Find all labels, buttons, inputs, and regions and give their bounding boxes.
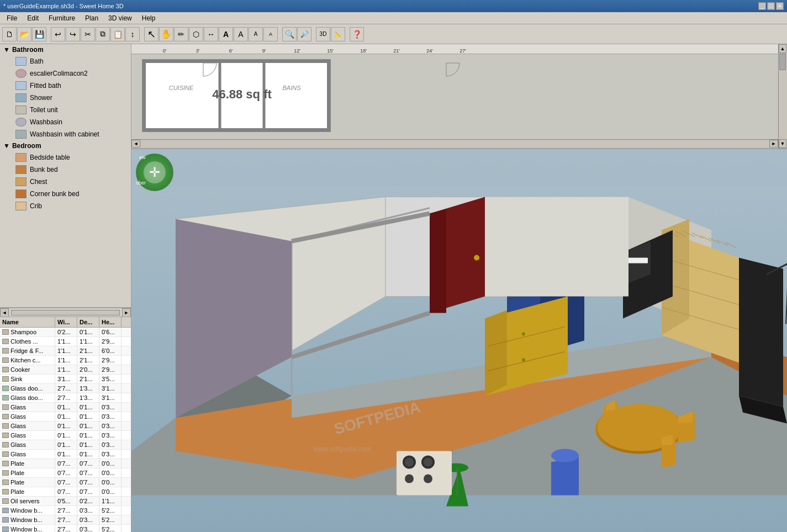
- table-row[interactable]: Plate 0'7... 0'7... 0'0...: [0, 487, 131, 497]
- minimize-button[interactable]: _: [758, 2, 766, 10]
- flip-button[interactable]: ↕: [125, 27, 140, 41]
- maximize-button[interactable]: □: [767, 2, 775, 10]
- cell-width: 0'1...: [55, 450, 77, 459]
- room-button[interactable]: ⬡: [189, 27, 203, 41]
- scroll-down-button[interactable]: ▼: [779, 139, 786, 148]
- table-row[interactable]: Glass 0'1... 0'1... 0'3...: [0, 412, 131, 422]
- table-row[interactable]: Plate 0'7... 0'7... 0'0...: [0, 468, 131, 478]
- nav-compass[interactable]: ✛: [136, 154, 173, 191]
- menu-edit[interactable]: Edit: [23, 13, 43, 23]
- close-button[interactable]: ✕: [776, 2, 784, 10]
- redo-button[interactable]: ↪: [66, 27, 80, 41]
- cell-height: 1'1...: [99, 497, 122, 505]
- draw-button[interactable]: ✏: [174, 27, 188, 41]
- menu-3dview[interactable]: 3D view: [104, 13, 136, 23]
- plan-canvas[interactable]: CUISINE BAINS 46.88 sq ft: [131, 54, 778, 139]
- tree-item-washbasin[interactable]: Washbasin: [0, 116, 131, 128]
- cell-name: Glass doo...: [0, 384, 55, 393]
- tree-item-bunkbed[interactable]: Bunk bed: [0, 164, 131, 176]
- menu-plan[interactable]: Plan: [81, 13, 103, 23]
- plan-vscrollbar[interactable]: ▲ ▼: [778, 44, 787, 148]
- save-button[interactable]: 💾: [32, 27, 46, 41]
- row-icon: [2, 517, 9, 523]
- table-row[interactable]: Oil servers 0'5... 0'2... 1'1...: [0, 497, 131, 506]
- row-icon: [2, 423, 9, 429]
- scroll-right-button[interactable]: ►: [122, 308, 131, 317]
- furniture-tree[interactable]: ▼ Bathroom Bath escalierColimacon2 Fitte…: [0, 44, 131, 308]
- tree-item-shower[interactable]: Shower: [0, 92, 131, 104]
- scroll-right-button[interactable]: ►: [769, 140, 778, 148]
- plan-button[interactable]: 📐: [331, 27, 345, 41]
- category-label: Bedroom: [12, 142, 41, 150]
- table-row[interactable]: Glass doo... 2'7... 1'3... 3'1...: [0, 393, 131, 403]
- table-row[interactable]: Glass 0'1... 0'1... 0'3...: [0, 440, 131, 450]
- tree-item-washbasin-cabinet[interactable]: Washbasin with cabinet: [0, 128, 131, 140]
- item-label: Washbasin: [30, 118, 62, 126]
- table-row[interactable]: Glass 0'1... 0'1... 0'3...: [0, 450, 131, 459]
- row-icon: [2, 414, 9, 419]
- table-row[interactable]: Glass doo... 2'7... 1'3... 3'1...: [0, 384, 131, 393]
- tree-item-chest[interactable]: Chest: [0, 176, 131, 188]
- menu-help[interactable]: Help: [138, 13, 160, 23]
- category-bedroom[interactable]: ▼ Bedroom: [0, 140, 131, 151]
- floor-plan[interactable]: 0' 3' 6' 9' 12' 15' 18' 21' 24' 27': [131, 44, 787, 149]
- table-row[interactable]: Glass 0'1... 0'1... 0'3...: [0, 403, 131, 412]
- tree-item-crib[interactable]: Crib: [0, 200, 131, 212]
- tree-item-bath[interactable]: Bath: [0, 55, 131, 67]
- paste-button[interactable]: 📋: [110, 27, 125, 41]
- category-bathroom[interactable]: ▼ Bathroom: [0, 44, 131, 55]
- table-row[interactable]: Clothes ... 1'1... 1'1... 2'9...: [0, 337, 131, 346]
- menu-file[interactable]: File: [2, 13, 22, 23]
- menu-furniture[interactable]: Furniture: [44, 13, 80, 23]
- zoom-out-button[interactable]: 🔎: [297, 27, 311, 41]
- cell-name: Glass: [0, 412, 55, 421]
- new-button[interactable]: 🗋: [2, 27, 17, 41]
- table-row[interactable]: Window b... 2'7... 0'3... 5'2...: [0, 525, 131, 532]
- tree-scroll-bar[interactable]: ◄ ►: [0, 308, 131, 317]
- table-row[interactable]: Fridge & F... 1'1... 2'1... 6'0...: [0, 346, 131, 356]
- copy-button[interactable]: ⧉: [96, 27, 110, 41]
- table-row[interactable]: Sink 3'1... 2'1... 3'5...: [0, 375, 131, 384]
- tree-item-escalier[interactable]: escalierColimacon2: [0, 67, 131, 80]
- text4-button[interactable]: A: [263, 27, 278, 41]
- zoom-in-button[interactable]: 🔍: [282, 27, 297, 41]
- cell-height: 2'9...: [99, 356, 122, 365]
- table-row[interactable]: Shampoo 0'2... 0'1... 0'6...: [0, 328, 131, 337]
- text2-button[interactable]: A: [234, 27, 248, 41]
- table-row[interactable]: Plate 0'7... 0'7... 0'0...: [0, 459, 131, 468]
- row-icon: [2, 461, 9, 466]
- ruler-24: 24': [413, 48, 446, 54]
- furniture-table[interactable]: Name Wi... De... He... Shampoo 0'2... 0'…: [0, 317, 131, 532]
- table-row[interactable]: Glass 0'1... 0'1... 0'3...: [0, 422, 131, 431]
- cut-button[interactable]: ✂: [81, 27, 95, 41]
- help-button[interactable]: ❓: [350, 27, 364, 41]
- table-row[interactable]: Plate 0'7... 0'7... 0'0...: [0, 478, 131, 487]
- row-icon: [2, 376, 9, 382]
- view-3d[interactable]: ✛ ew ober: [131, 149, 787, 532]
- undo-button[interactable]: ↩: [51, 27, 65, 41]
- scroll-left-button[interactable]: ◄: [0, 308, 9, 317]
- cell-width: 2'7...: [55, 393, 77, 402]
- dimension-button[interactable]: ↔: [204, 27, 218, 41]
- scroll-up-button[interactable]: ▲: [779, 44, 786, 53]
- tree-item-bedside[interactable]: Bedside table: [0, 151, 131, 164]
- plan-hscrollbar[interactable]: ◄ ►: [131, 139, 778, 148]
- open-button[interactable]: 📂: [17, 27, 31, 41]
- text-button[interactable]: A: [219, 27, 233, 41]
- tree-item-fitted-bath[interactable]: Fitted bath: [0, 80, 131, 92]
- text3-button[interactable]: A: [249, 27, 263, 41]
- table-row[interactable]: Kitchen c... 1'1... 2'1... 2'9...: [0, 356, 131, 365]
- cell-depth: 0'1...: [77, 431, 99, 440]
- tree-item-corner-bunk[interactable]: Corner bunk bed: [0, 188, 131, 200]
- tree-item-toilet[interactable]: Toilet unit: [0, 104, 131, 116]
- table-row[interactable]: Cooker 1'1... 2'0... 2'9...: [0, 365, 131, 375]
- select-button[interactable]: ↖: [144, 27, 159, 41]
- cell-depth: 1'1...: [77, 337, 99, 346]
- 3d-button[interactable]: 3D: [316, 27, 330, 41]
- pan-button[interactable]: ✋: [159, 27, 173, 41]
- svg-rect-2: [142, 60, 330, 63]
- table-row[interactable]: Glass 0'1... 0'1... 0'3...: [0, 431, 131, 440]
- table-row[interactable]: Window b... 2'7... 0'3... 5'2...: [0, 506, 131, 515]
- table-row[interactable]: Window b... 2'7... 0'3... 5'2...: [0, 515, 131, 525]
- scroll-left-button[interactable]: ◄: [131, 140, 140, 148]
